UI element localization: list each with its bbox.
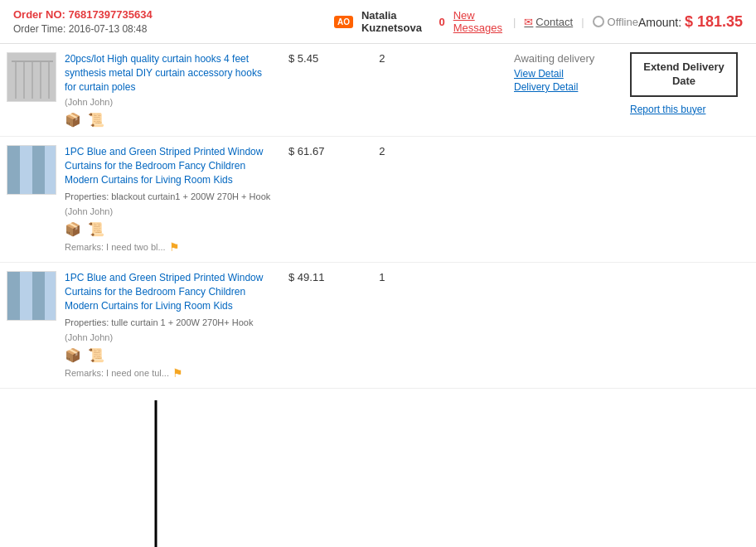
remarks-text: Remarks: I need one tul... bbox=[65, 368, 169, 378]
messages-count: 0 bbox=[439, 16, 444, 28]
ao-badge: AO bbox=[334, 16, 353, 28]
view-detail-link[interactable]: View Detail bbox=[514, 68, 617, 80]
table-row: 1PC Blue and Green Striped Printed Windo… bbox=[0, 263, 756, 389]
product-info: 20pcs/lot High quality curtain hooks 4 f… bbox=[65, 52, 275, 128]
price-cell: $ 5.45 bbox=[282, 44, 372, 137]
status-cell: Awaiting delivery View Detail Delivery D… bbox=[507, 44, 623, 137]
bookmark-icon: ⚑ bbox=[172, 366, 183, 380]
product-thumb bbox=[7, 145, 56, 195]
product-actions: 📦 📜 bbox=[65, 221, 275, 237]
user-name: Natalia Kuznetsova bbox=[361, 9, 431, 34]
order-number-row: Order NO: 76817397735634 bbox=[13, 8, 317, 21]
table-row: 1PC Blue and Green Striped Printed Windo… bbox=[0, 137, 756, 263]
product-thumb bbox=[7, 271, 56, 321]
product-title[interactable]: 1PC Blue and Green Striped Printed Windo… bbox=[65, 271, 275, 312]
remarks: Remarks: I need two bl... ⚑ bbox=[65, 240, 275, 254]
price-cell: $ 49.11 bbox=[282, 263, 372, 389]
svg-rect-17 bbox=[32, 272, 45, 321]
svg-rect-12 bbox=[32, 146, 45, 195]
messages-link[interactable]: New Messages bbox=[453, 9, 505, 34]
user-info: AO Natalia Kuznetsova 0 New Messages | ✉… bbox=[317, 9, 638, 34]
contact-link[interactable]: ✉ Contact bbox=[524, 16, 573, 28]
offline-indicator: Offline bbox=[593, 16, 638, 28]
action-icon-1[interactable]: 📦 bbox=[65, 221, 81, 237]
qty-cell: 2 bbox=[372, 137, 408, 263]
product-cell: 20pcs/lot High quality curtain hooks 4 f… bbox=[7, 52, 275, 128]
seller-name: (John John) bbox=[65, 332, 275, 342]
svg-rect-16 bbox=[20, 272, 32, 321]
product-title[interactable]: 1PC Blue and Green Striped Printed Windo… bbox=[65, 145, 275, 186]
offline-label: Offline bbox=[608, 16, 638, 28]
contact-label: Contact bbox=[536, 16, 573, 28]
product-title[interactable]: 20pcs/lot High quality curtain hooks 4 f… bbox=[65, 52, 275, 94]
amount-value: $ 181.35 bbox=[685, 13, 743, 30]
product-actions: 📦 📜 bbox=[65, 112, 275, 128]
action-icon-2[interactable]: 📜 bbox=[88, 347, 104, 363]
awaiting-text: Awaiting delivery bbox=[514, 52, 594, 65]
qty-cell: 1 bbox=[372, 263, 408, 389]
remarks-text: Remarks: I need two bl... bbox=[65, 242, 166, 252]
product-cell: 1PC Blue and Green Striped Printed Windo… bbox=[7, 145, 275, 254]
delivery-detail-link[interactable]: Delivery Detail bbox=[514, 81, 617, 93]
price-cell: $ 61.67 bbox=[282, 137, 372, 263]
svg-rect-15 bbox=[7, 272, 20, 321]
action-icon-1[interactable]: 📦 bbox=[65, 112, 81, 128]
table-row: 20pcs/lot High quality curtain hooks 4 f… bbox=[0, 44, 756, 137]
order-no-label: Order NO: bbox=[13, 8, 65, 21]
arrow-overlay bbox=[135, 400, 177, 547]
product-properties: Properties: tulle curtain 1 + 200W 270H+… bbox=[65, 317, 275, 329]
seller-name: (John John) bbox=[65, 97, 275, 107]
bookmark-icon: ⚑ bbox=[169, 240, 180, 254]
order-time-value: 2016-07-13 08:48 bbox=[69, 23, 148, 35]
seller-name: (John John) bbox=[65, 206, 275, 216]
svg-rect-13 bbox=[45, 146, 56, 195]
action-cell: Extend Delivery Date Report this buyer bbox=[623, 44, 756, 137]
separator2: | bbox=[581, 16, 584, 28]
action-icon-2[interactable]: 📜 bbox=[88, 112, 104, 128]
order-time-label: Order Time: bbox=[13, 23, 65, 35]
items-container: 20pcs/lot High quality curtain hooks 4 f… bbox=[0, 44, 756, 389]
order-no-value: 76817397735634 bbox=[68, 8, 152, 21]
action-icon-1[interactable]: 📦 bbox=[65, 347, 81, 363]
items-table: 20pcs/lot High quality curtain hooks 4 f… bbox=[0, 44, 756, 389]
product-cell: 1PC Blue and Green Striped Printed Windo… bbox=[7, 271, 275, 380]
offline-dot bbox=[593, 16, 604, 27]
qty-cell: 2 bbox=[372, 44, 408, 137]
remarks: Remarks: I need one tul... ⚑ bbox=[65, 366, 275, 380]
order-time-row: Order Time: 2016-07-13 08:48 bbox=[13, 23, 317, 35]
product-info: 1PC Blue and Green Striped Printed Windo… bbox=[65, 145, 275, 254]
svg-rect-18 bbox=[45, 272, 56, 321]
order-header: Order NO: 76817397735634 Order Time: 201… bbox=[0, 0, 756, 44]
product-info: 1PC Blue and Green Striped Printed Windo… bbox=[65, 271, 275, 380]
extend-delivery-button[interactable]: Extend Delivery Date bbox=[630, 52, 738, 97]
order-info: Order NO: 76817397735634 Order Time: 201… bbox=[13, 8, 317, 35]
email-icon: ✉ bbox=[524, 16, 533, 28]
product-properties: Properties: blackout curtain1 + 200W 270… bbox=[65, 191, 275, 203]
svg-rect-10 bbox=[7, 146, 20, 195]
separator1: | bbox=[513, 16, 516, 28]
action-icon-2[interactable]: 📜 bbox=[88, 221, 104, 237]
amount-label: Amount: bbox=[638, 16, 681, 29]
report-buyer-link[interactable]: Report this buyer bbox=[630, 104, 749, 115]
amount-section: Amount: $ 181.35 bbox=[638, 13, 743, 31]
product-actions: 📦 📜 bbox=[65, 347, 275, 363]
svg-rect-11 bbox=[20, 146, 32, 195]
product-thumb bbox=[7, 52, 56, 102]
